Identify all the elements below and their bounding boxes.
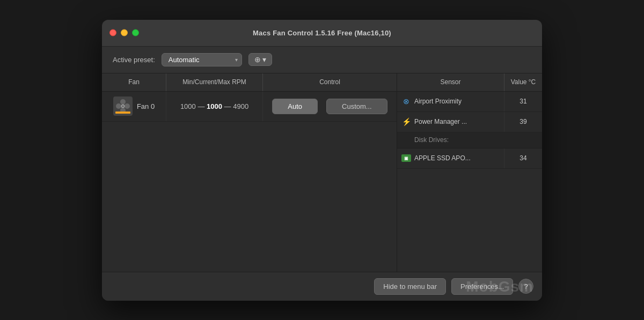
main-content: Fan Min/Current/Max RPM Control: [102, 73, 542, 272]
maximize-button[interactable]: [132, 29, 139, 36]
fan-rpm-separator-2: —: [222, 102, 233, 110]
preset-dropdown-wrapper: Automatic ▾: [162, 53, 242, 66]
sensor-name-airport: Airport Proximity: [414, 98, 462, 105]
fans-col-rpm-header: Min/Current/Max RPM: [166, 73, 263, 91]
add-dropdown-icon: ▾: [262, 55, 266, 64]
sensor-icon-name-power: ⚡ Power Manager ...: [397, 112, 504, 132]
fan-rpm-separator-1: —: [196, 102, 207, 110]
close-button[interactable]: [109, 29, 116, 36]
fan-min-rpm: 1000: [180, 102, 196, 110]
sensor-value-airport: 31: [504, 98, 542, 105]
svg-point-4: [116, 103, 121, 109]
fans-table-header: Fan Min/Current/Max RPM Control: [102, 73, 397, 92]
toolbar: Active preset: Automatic ▾ ⊕ ▾: [102, 47, 542, 73]
fan-current-rpm: 1000: [207, 102, 222, 110]
fan-auto-button[interactable]: Auto: [272, 99, 318, 114]
sensor-value-ssd: 34: [504, 154, 542, 162]
sensor-name-ssd: APPLE SSD APO...: [414, 154, 471, 162]
fan-icon-cell: Fan 0: [102, 92, 166, 121]
window-title: Macs Fan Control 1.5.16 Free (Mac16,10): [253, 29, 391, 37]
svg-point-2: [125, 103, 130, 109]
sensor-icon-name-airport: ⊗ Airport Proximity: [397, 92, 504, 111]
fan-control-cell: Auto Custom...: [263, 92, 397, 121]
sensor-category-disk-drives: Disk Drives:: [397, 132, 542, 148]
fans-col-control-header: Control: [263, 73, 397, 91]
fan-name: Fan 0: [137, 102, 155, 110]
sensor-name-power: Power Manager ...: [414, 118, 467, 125]
fan-max-rpm: 4900: [233, 102, 248, 110]
help-button[interactable]: ?: [518, 279, 533, 294]
fan-svg-icon: [115, 99, 130, 114]
sensor-row-power: ⚡ Power Manager ... 39: [397, 112, 542, 132]
sensor-row-airport: ⊗ Airport Proximity 31: [397, 92, 542, 112]
ssd-icon: ▣: [401, 154, 411, 162]
title-bar: Macs Fan Control 1.5.16 Free (Mac16,10): [102, 20, 542, 47]
sensor-row-ssd: ▣ APPLE SSD APO... 34: [397, 148, 542, 169]
preferences-button[interactable]: Preferences...: [451, 278, 513, 295]
disk-drives-label: Disk Drives:: [414, 136, 449, 144]
footer: Hide to menu bar Preferences... ?: [102, 272, 542, 301]
minimize-button[interactable]: [121, 29, 128, 36]
traffic-lights: [109, 29, 139, 36]
add-preset-button[interactable]: ⊕ ▾: [248, 53, 272, 66]
svg-rect-7: [115, 111, 130, 114]
table-row: Fan 0 1000 — 1000 — 4900 Auto Custom...: [102, 92, 397, 122]
preset-label: Active preset:: [113, 56, 155, 64]
app-window: Macs Fan Control 1.5.16 Free (Mac16,10) …: [102, 20, 542, 301]
sensors-col-value-header: Value °C: [504, 73, 542, 91]
sensors-col-sensor-header: Sensor: [397, 73, 504, 91]
svg-point-6: [122, 106, 123, 107]
fan-custom-button[interactable]: Custom...: [326, 99, 387, 114]
sensors-table-header: Sensor Value °C: [397, 73, 542, 92]
preset-dropdown[interactable]: Automatic: [162, 53, 242, 66]
sensors-panel: Sensor Value °C ⊗ Airport Proximity 31 ⚡…: [397, 73, 542, 272]
fan-image: [113, 96, 133, 116]
sensor-value-power: 39: [504, 118, 542, 125]
hide-to-menu-bar-button[interactable]: Hide to menu bar: [374, 278, 446, 295]
add-icon: ⊕: [254, 55, 261, 64]
wifi-icon: ⊗: [401, 97, 411, 106]
fan-rpm-cell: 1000 — 1000 — 4900: [166, 92, 263, 121]
svg-point-1: [120, 99, 126, 105]
bolt-icon: ⚡: [401, 117, 411, 126]
sensor-icon-name-ssd: ▣ APPLE SSD APO...: [397, 148, 504, 168]
fans-col-fan-header: Fan: [102, 73, 166, 91]
fans-panel: Fan Min/Current/Max RPM Control: [102, 73, 397, 272]
